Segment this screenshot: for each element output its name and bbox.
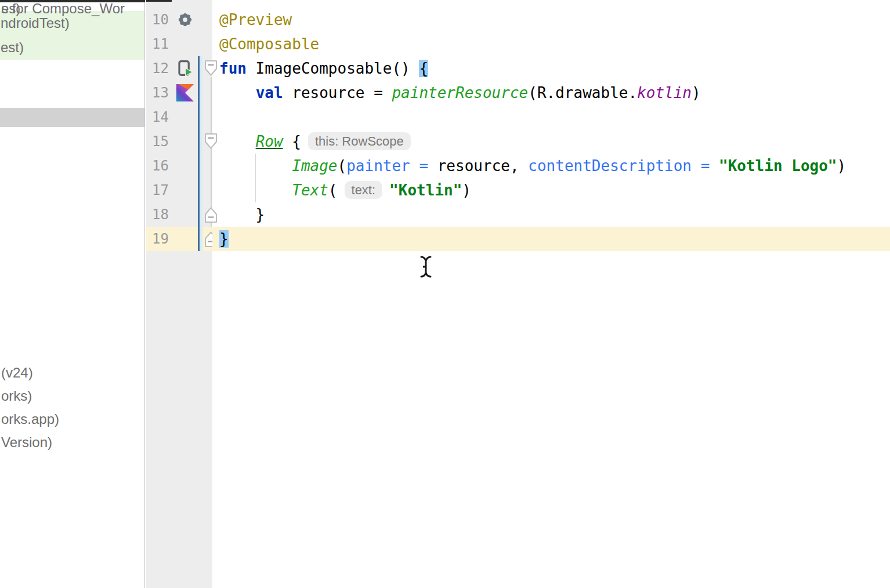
code-line: Text(text:"Kotlin") xyxy=(212,178,890,202)
code-token: ) xyxy=(692,84,701,101)
gutter-row[interactable]: 11 xyxy=(146,32,212,56)
code-token: @Preview xyxy=(219,11,292,28)
line-number: 13 xyxy=(146,81,169,105)
mouse-ibeam-cursor xyxy=(419,255,432,278)
code-token: ( xyxy=(338,157,347,175)
code-line: fun ImageComposable() { xyxy=(212,56,890,81)
line-number: 19 xyxy=(146,227,169,251)
run-preview-icon[interactable] xyxy=(176,60,194,77)
code-rows: @Preview@Composablefun ImageComposable()… xyxy=(212,8,890,251)
code-token: ImageComposable() xyxy=(247,60,419,77)
line-number: 14 xyxy=(146,105,169,129)
code-token: Row xyxy=(256,133,283,150)
line-number: 11 xyxy=(146,32,169,56)
vcs-change-highlight xyxy=(200,56,202,251)
code-token: val xyxy=(256,84,283,101)
code-token: @Composable xyxy=(219,35,319,53)
gutter-row[interactable]: 10 xyxy=(146,8,212,32)
code-token: (R.drawable. xyxy=(528,84,637,101)
tree-item[interactable]: orks) xyxy=(1,387,32,405)
tree-item[interactable]: orks.app) xyxy=(1,411,59,428)
code-token: painter xyxy=(346,157,410,175)
code-token: painterResource xyxy=(392,84,528,101)
kotlin-file-icon xyxy=(176,84,194,101)
code-editor[interactable]: 10111213141516171819 @Preview@Composable… xyxy=(146,0,890,588)
code-line xyxy=(212,105,890,129)
code-token xyxy=(219,84,256,101)
tree-item[interactable]: es) xyxy=(1,0,20,17)
code-token: } xyxy=(219,206,265,223)
line-number: 15 xyxy=(146,129,169,154)
vcs-modified-bar[interactable] xyxy=(198,56,200,251)
code-line: } xyxy=(212,202,890,227)
code-line: @Preview xyxy=(212,8,890,32)
window-edge-strip xyxy=(0,0,145,2)
code-token: resource, xyxy=(437,157,529,175)
project-tree-panel: ndroidTest)est) (v24)orks)orks.app)Versi… xyxy=(0,0,145,588)
gear-icon[interactable] xyxy=(176,11,194,28)
code-line: @Composable xyxy=(212,32,890,56)
tree-highlight-block: ndroidTest)est) xyxy=(0,11,144,60)
code-token xyxy=(219,157,292,175)
line-number: 18 xyxy=(146,202,169,227)
code-token: kotlin xyxy=(637,84,692,101)
code-token: { xyxy=(283,133,301,150)
code-token: Image xyxy=(292,157,337,175)
code-token: ) xyxy=(462,182,471,199)
code-token: resource = xyxy=(283,84,392,101)
code-token: "Kotlin" xyxy=(389,182,462,199)
code-token: ( xyxy=(328,182,338,199)
matched-brace-token: { xyxy=(419,60,428,77)
line-number: 16 xyxy=(146,154,169,178)
code-line: Image(painter = resource, contentDescrip… xyxy=(212,154,890,178)
code-line: val resource = painterResource(R.drawabl… xyxy=(212,81,890,105)
line-number: 10 xyxy=(146,8,169,32)
tree-item-highlighted[interactable]: est) xyxy=(0,35,144,60)
inlay-hint[interactable]: text: xyxy=(345,181,383,199)
matched-brace-token: } xyxy=(219,230,229,248)
code-token: contentDescription xyxy=(528,157,692,175)
code-token xyxy=(219,133,256,150)
tree-item[interactable]: (v24) xyxy=(1,364,33,382)
code-token: = xyxy=(410,157,437,175)
code-token: ) xyxy=(837,157,846,175)
tree-item-selected[interactable] xyxy=(0,108,144,127)
code-line: Row {this: RowScope xyxy=(212,129,890,154)
code-token: = xyxy=(692,157,719,175)
code-token: Text xyxy=(292,182,328,199)
line-number: 12 xyxy=(146,56,169,81)
code-token: "Kotlin Logo" xyxy=(719,157,837,175)
window-edge-strip xyxy=(146,0,172,2)
inlay-hint[interactable]: this: RowScope xyxy=(308,132,411,150)
ide-window: ndroidTest)est) (v24)orks)orks.app)Versi… xyxy=(0,0,890,588)
line-number: 17 xyxy=(146,178,169,202)
code-line: } xyxy=(212,227,890,251)
code-token: fun xyxy=(219,60,247,77)
code-token xyxy=(219,182,292,199)
tree-item[interactable]: Version) xyxy=(1,434,52,451)
